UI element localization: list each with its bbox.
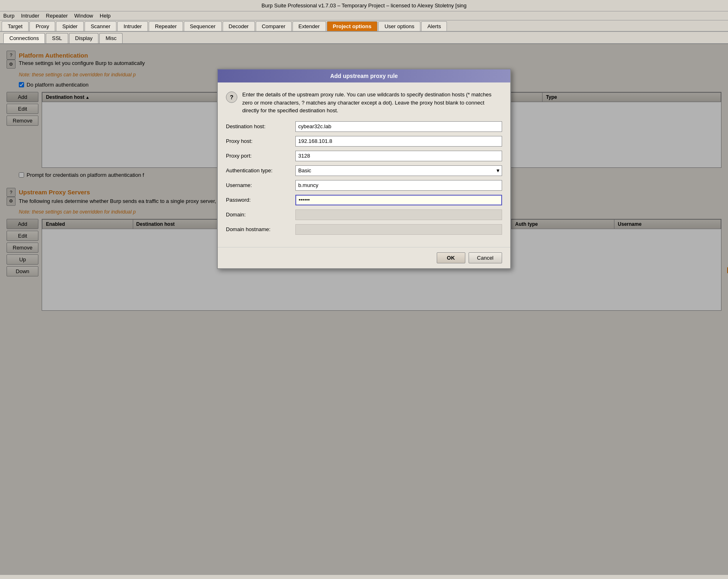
modal-footer: OK Cancel	[218, 247, 510, 268]
modal-info-row: ? Enter the details of the upstream prox…	[226, 91, 502, 115]
modal-overlay: Add upstream proxy rule ? Enter the deta…	[0, 44, 728, 575]
tab-scanner[interactable]: Scanner	[85, 21, 116, 31]
password-label: Password:	[226, 197, 295, 203]
auth-type-label: Authentication type:	[226, 167, 295, 174]
proxy-host-label: Proxy host:	[226, 138, 295, 144]
menu-window[interactable]: Window	[74, 13, 93, 19]
dest-host-input[interactable]	[295, 121, 502, 132]
modal-body: ? Enter the details of the upstream prox…	[218, 82, 510, 247]
form-row-username: Username:	[226, 180, 502, 191]
subtab-ssl[interactable]: SSL	[46, 33, 68, 43]
modal-info-icon: ?	[226, 91, 237, 103]
password-input[interactable]	[295, 195, 502, 205]
title-bar: Burp Suite Professional v1.7.03 – Tempor…	[0, 0, 728, 11]
username-label: Username:	[226, 182, 295, 188]
tab-comparer[interactable]: Comparer	[256, 21, 292, 31]
form-row-auth-type: Authentication type: None Basic NTLMv1 N…	[226, 165, 502, 176]
auth-type-select-wrapper: None Basic NTLMv1 NTLMv2 Digest ▼	[295, 165, 502, 176]
modal-ok-btn[interactable]: OK	[437, 252, 465, 263]
proxy-host-input[interactable]	[295, 136, 502, 147]
form-row-proxy-host: Proxy host:	[226, 136, 502, 147]
form-row-proxy-port: Proxy port:	[226, 151, 502, 161]
proxy-port-label: Proxy port:	[226, 153, 295, 159]
modal-cancel-btn[interactable]: Cancel	[469, 252, 502, 263]
tab-project-options[interactable]: Project options	[327, 21, 378, 31]
tab-intruder[interactable]: Intruder	[117, 21, 148, 31]
add-upstream-proxy-modal: Add upstream proxy rule ? Enter the deta…	[217, 69, 511, 269]
tab-repeater[interactable]: Repeater	[149, 21, 183, 31]
form-row-domain: Domain:	[226, 209, 502, 220]
proxy-port-input[interactable]	[295, 151, 502, 161]
form-row-dest-host: Destination host:	[226, 121, 502, 132]
dest-host-label: Destination host:	[226, 123, 295, 129]
sub-tabs: Connections SSL Display Misc	[0, 32, 728, 44]
menu-burp[interactable]: Burp	[3, 13, 14, 19]
tab-decoder[interactable]: Decoder	[223, 21, 255, 31]
domain-label: Domain:	[226, 212, 295, 218]
tab-alerts[interactable]: Alerts	[421, 21, 447, 31]
menu-bar: Burp Intruder Repeater Window Help	[0, 11, 728, 20]
main-tabs: Target Proxy Spider Scanner Intruder Rep…	[0, 20, 728, 32]
tab-extender[interactable]: Extender	[293, 21, 326, 31]
title-text: Burp Suite Professional v1.7.03 – Tempor…	[261, 2, 467, 9]
menu-repeater[interactable]: Repeater	[46, 13, 67, 19]
content-area: ? Platform Authentication ⚙ These settin…	[0, 44, 728, 575]
subtab-misc[interactable]: Misc	[99, 33, 123, 43]
form-row-password: Password:	[226, 195, 502, 205]
modal-title: Add upstream proxy rule	[218, 69, 510, 82]
domain-hostname-label: Domain hostname:	[226, 226, 295, 232]
username-input[interactable]	[295, 180, 502, 191]
modal-info-text: Enter the details of the upstream proxy …	[242, 91, 502, 115]
tab-target[interactable]: Target	[2, 21, 29, 31]
tab-spider[interactable]: Spider	[56, 21, 84, 31]
subtab-connections[interactable]: Connections	[3, 33, 45, 43]
tab-proxy[interactable]: Proxy	[29, 21, 55, 31]
menu-help[interactable]: Help	[100, 13, 111, 19]
domain-input[interactable]	[295, 209, 502, 220]
form-row-domain-hostname: Domain hostname:	[226, 224, 502, 235]
tab-user-options[interactable]: User options	[378, 21, 420, 31]
auth-type-select[interactable]: None Basic NTLMv1 NTLMv2 Digest	[295, 165, 502, 176]
menu-intruder[interactable]: Intruder	[21, 13, 39, 19]
domain-hostname-input[interactable]	[295, 224, 502, 235]
subtab-display[interactable]: Display	[69, 33, 99, 43]
tab-sequencer[interactable]: Sequencer	[184, 21, 222, 31]
